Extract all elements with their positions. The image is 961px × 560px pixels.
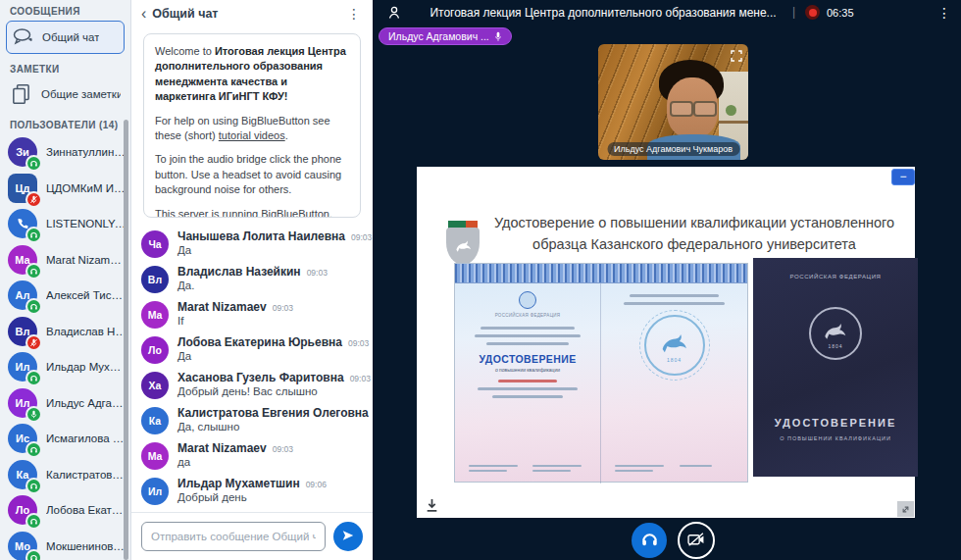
message-author: Калистратова Евгения Олеговна [177,406,369,420]
avatar: Вл [141,266,169,293]
message-input[interactable] [141,522,326,551]
message-author: Ильдар Мухаметшин [177,477,300,490]
audio-join-button[interactable] [632,523,667,558]
bigbluebutton-link[interactable]: BigBlueButton [261,208,329,218]
mic-icon [494,31,502,42]
message-author: Marat Nizamaev [177,441,267,455]
message-text: Добрый день [177,491,327,503]
status-badge [27,408,40,421]
user-name: ЦДОМКиМ ИГиНГТ [46,182,126,194]
back-icon[interactable]: ‹ [141,6,146,22]
record-dot-icon [809,9,817,17]
resize-presentation-handle[interactable] [897,501,914,517]
status-badge [27,336,40,349]
welcome-p4: This server is running BigBlueButton. [155,207,349,218]
talking-indicator[interactable]: Ильдус Адгамович ... [379,27,512,45]
certificate-photo: РОССИЙСКАЯ ФЕДЕРАЦИЯ УДОСТОВЕРЕНИЕ о пов… [454,263,748,483]
message-time: 09:03 [351,232,372,242]
status-badge [27,372,40,384]
headphones-icon [640,530,659,551]
status-badge [27,229,40,241]
chat-message: Ка Калистратова Евгения Олеговна 09:03 Д… [141,406,363,434]
user-list-item[interactable]: LISTENONLY-%D0%... [0,206,130,242]
chat-message: Ло Лобова Екатерина Юрьевна 09:03 Да [141,335,363,364]
message-author: Чанышева Лолита Наилевна [177,229,345,243]
top-bar: Итоговая лекция Центра дополнительного о… [373,0,961,25]
user-name: Калистратова Евг... [46,469,126,481]
webcam-share-button[interactable] [678,522,715,559]
chat-message: Вл Владислав Назейкин 09:03 Да. [141,265,363,293]
send-icon [341,529,355,545]
user-name: Алексей Тистол [46,289,126,301]
chat-message: Ха Хасанова Гузель Фаритовна 09:03 Добры… [141,371,363,399]
user-list-item[interactable]: Зи Зиннатуллин... (Вы) [0,134,130,171]
kfu-emblem-icon: 1804 [644,315,705,376]
chat-input-area [131,512,373,560]
message-author: Хасанова Гузель Фаритовна [177,371,344,384]
chat-message: Ма Marat Nizamaev 09:03 If [141,300,363,329]
avatar: Ка [141,407,169,434]
message-text: Добрый день! Вас слышно [177,385,363,397]
user-list-item[interactable]: Ал Алексей Тистол [0,278,130,314]
topbar-divider: | [792,5,795,19]
certificate-subtitle: о повышении квалификации [495,367,560,373]
webcam-video[interactable]: Ильдус Адгамович Чукмаров [598,44,748,160]
presentation-area[interactable]: − Удостоверение о повышении квалификации… [417,167,915,518]
chat-options-kebab-icon[interactable]: ⋮ [343,6,365,22]
notes-icon [10,82,33,106]
webcam-fullscreen-icon[interactable] [730,49,743,63]
user-list-item[interactable]: Ма Marat Nizamaev [0,242,130,279]
sidebar-item-public-chat[interactable]: Общий чат [6,21,125,54]
user-list-item[interactable]: Ил Ильдус Адгамови... [0,385,130,422]
user-list-item[interactable]: Цд ЦДОМКиМ ИГиНГТ [0,171,130,207]
welcome-message: Welcome to Итоговая лекция Центра дополн… [143,33,361,218]
user-list-item[interactable]: Мо Мокшенинова Ма... [0,529,130,560]
avatar: Ма [141,442,169,470]
person-glasses [669,101,718,114]
user-name: Marat Nizamaev [46,254,126,266]
download-presentation-icon[interactable] [425,498,439,513]
chat-message: Ма Marat Nizamaev 09:03 да [141,441,363,470]
certificate-cover-photo: РОССИЙСКАЯ ФЕДЕРАЦИЯ 1804 УДОСТОВЕРЕНИЕ … [753,258,918,477]
user-name: Зиннатуллин... (Вы) [46,146,126,158]
minimize-presentation-button[interactable]: − [891,169,915,185]
certificate-title: УДОСТОВЕРЕНИЕ [479,353,576,365]
message-author: Лобова Екатерина Юрьевна [177,335,342,349]
kfu-logo [446,221,480,266]
kfu-cover-emblem-icon: 1804 [809,307,862,360]
user-list-item[interactable]: Ис Исмагилова Эльза [0,421,130,457]
tutorial-videos-link[interactable]: tutorial videos [219,129,285,141]
user-name: Мокшенинова Ма... [46,540,126,552]
avatar: Ло [141,336,169,364]
message-time: 09:03 [348,338,369,348]
user-name: Лобова Екатерин... [46,504,126,516]
users-scrollbar[interactable] [124,120,128,560]
message-time: 09:03 [273,303,293,313]
user-list-item[interactable]: Ка Калистратова Евг... [0,457,130,493]
slide-title: Удостоверение о повышении квалификации у… [478,212,911,256]
status-badge [27,265,40,278]
sidebar: СООБЩЕНИЯ Общий чат ЗАМЕТКИ Общие заметк… [0,0,131,560]
options-kebab-icon[interactable]: ⋮ [937,5,951,21]
recording-time: 06:35 [827,7,854,19]
camera-off-icon [687,531,705,551]
user-list-item[interactable]: Ил Ильдар Мухамет... [0,349,130,385]
user-list-item[interactable]: Вл Владислав Назей... [0,314,130,350]
chat-title: Общий чат [152,7,343,21]
status-badge [27,300,40,313]
sidebar-item-shared-notes[interactable]: Общие заметки [6,78,125,110]
message-text: Да, слышно [177,421,363,433]
user-name: LISTENONLY-%D0%... [46,218,126,229]
shared-notes-label: Общие заметки [41,88,121,100]
message-author: Marat Nizamaev [177,300,267,314]
user-list-item[interactable]: Ло Лобова Екатерин... [0,492,130,529]
status-badge [27,515,40,528]
message-text: Да [177,244,363,256]
send-message-button[interactable] [333,522,363,551]
recording-indicator[interactable] [805,5,820,20]
avatar: Ил [141,478,169,505]
talking-user-label: Ильдус Адгамович ... [388,30,489,42]
message-time: 09:03 [350,374,371,383]
user-name: Исмагилова Эльза [46,433,126,444]
manage-users-icon[interactable] [386,5,402,21]
